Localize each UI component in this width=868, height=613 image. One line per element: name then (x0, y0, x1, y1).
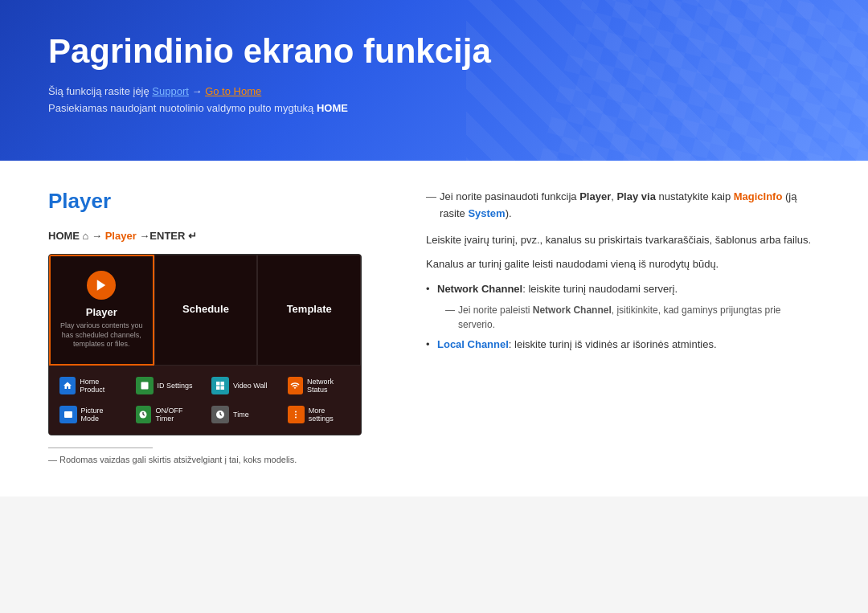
intro-play-via-bold: Play via (616, 190, 655, 202)
player-section-title: Player (48, 189, 394, 214)
player-icon (87, 271, 116, 300)
support-link[interactable]: Support (152, 85, 189, 97)
play-icon-svg (94, 278, 108, 292)
nav-home: HOME ⌂ (48, 230, 88, 242)
bullet-list: Network Channel: leiskite turinį naudoda… (426, 281, 820, 353)
header-subtitle-2: Pasiekiamas naudojant nuotolinio valdymo… (48, 102, 820, 114)
bullet-local-channel: Local Channel: leiskite turinį iš vidinė… (426, 337, 820, 353)
tv-menu-schedule[interactable]: Schedule (154, 255, 258, 366)
id-settings-icon (136, 377, 154, 394)
icon-picture-mode[interactable]: Picture Mode (55, 403, 127, 427)
info-intro: — Jei norite pasinaudoti funkcija Player… (426, 189, 820, 223)
icon-network-status[interactable]: Network Status (284, 374, 355, 398)
intro-text-1: Jei norite pasinaudoti funkcija (440, 190, 579, 202)
right-column: — Jei norite pasinaudoti funkcija Player… (426, 189, 820, 464)
footnote-divider (48, 447, 153, 448)
icon-home-product[interactable]: Home Product (55, 374, 127, 398)
more-settings-label: More settings (309, 407, 350, 423)
svg-rect-2 (216, 382, 220, 386)
time-label: Time (233, 411, 249, 419)
template-menu-label: Template (287, 303, 332, 315)
network-channel-subnote: — Jei norite paleisti Network Channel, į… (426, 303, 820, 332)
icon-video-wall[interactable]: Video Wall (207, 374, 279, 398)
footnote-text: — Rodomas vaizdas gali skirtis atsižvelg… (48, 455, 394, 464)
header-decoration (466, 0, 868, 161)
svg-marker-0 (97, 280, 106, 291)
icon-onoff-timer[interactable]: ON/OFF Timer (132, 403, 203, 427)
more-settings-icon (288, 406, 305, 423)
intro-dash: — (426, 189, 436, 223)
icon-time[interactable]: Time (207, 403, 279, 427)
home-button-label: HOME (317, 102, 348, 114)
svg-rect-5 (221, 386, 225, 390)
info-para-1: Leiskite įvairų turinį, pvz., kanalus su… (426, 232, 820, 249)
svg-rect-1 (141, 382, 148, 390)
intro-player-bold: Player (579, 190, 611, 202)
intro-text-3: nustatykite kaip (656, 190, 734, 202)
header-subtitle-1: Šią funkciją rasite įėję Support → Go to… (48, 85, 820, 97)
subnote-text: Jei norite paleisti Network Channel, įsi… (458, 303, 820, 332)
intro-magicinfo: MagicInfo (734, 190, 783, 202)
bullet-network-channel: Network Channel: leiskite turinį naudoda… (426, 281, 820, 298)
video-wall-label: Video Wall (233, 382, 268, 390)
nav-arrow-1: → (88, 230, 104, 242)
local-channel-label: Local Channel (437, 338, 509, 350)
svg-point-9 (295, 411, 297, 413)
tv-menu-player[interactable]: Player Play various contents you has sch… (49, 255, 154, 366)
network-status-icon (288, 377, 303, 394)
picture-mode-icon (59, 406, 77, 423)
local-channel-text: : leiskite turinį iš vidinės ar išorinės… (509, 338, 717, 350)
network-channel-label: Network Channel (437, 283, 522, 295)
picture-mode-label: Picture Mode (81, 407, 123, 423)
nav-arrow-2: →ENTER (137, 230, 188, 242)
left-column: Player HOME ⌂ → Player →ENTER ↵ Player P… (48, 189, 394, 464)
svg-rect-3 (221, 382, 225, 386)
video-wall-icon (211, 377, 229, 394)
info-para-2: Kanalus ar turinį galite leisti naudodam… (426, 256, 820, 273)
icon-more-settings[interactable]: More settings (284, 403, 355, 427)
nav-enter-icon: ↵ (188, 230, 197, 242)
onoff-timer-icon (136, 406, 152, 423)
svg-rect-6 (64, 411, 72, 418)
schedule-menu-label: Schedule (182, 303, 229, 315)
tv-menu-template[interactable]: Template (257, 255, 361, 366)
go-to-home-link[interactable]: Go to Home (205, 85, 261, 97)
time-icon (211, 406, 229, 423)
header-banner: Pagrindinio ekrano funkcija Šią funkciją… (0, 0, 868, 161)
intro-system: System (468, 207, 505, 219)
player-menu-label: Player (86, 306, 117, 318)
tv-menu: Player Play various contents you has sch… (49, 255, 361, 366)
icon-id-settings[interactable]: ID Settings (132, 374, 203, 398)
subtitle-arrow: → (189, 85, 205, 97)
network-channel-text: : leiskite turinį naudodami serverį. (522, 283, 678, 295)
id-settings-label: ID Settings (158, 382, 193, 390)
subtitle-prefix-1: Šią funkciją rasite įėję (48, 85, 152, 97)
subnote-network-channel: Network Channel (533, 304, 612, 316)
intro-text-5: ). (506, 207, 512, 219)
svg-point-10 (295, 414, 297, 415)
navigation-path: HOME ⌂ → Player →ENTER ↵ (48, 230, 394, 242)
home-product-label: Home Product (80, 378, 122, 394)
onoff-timer-label: ON/OFF Timer (155, 407, 199, 423)
main-content: Player HOME ⌂ → Player →ENTER ↵ Player P… (0, 161, 868, 497)
player-menu-desc: Play various contents you has scheduled … (60, 321, 143, 349)
subtitle-prefix-2: Pasiekiamas naudojant nuotolinio valdymo… (48, 102, 317, 114)
nav-player: Player (105, 230, 137, 242)
svg-rect-4 (216, 386, 220, 390)
page-title: Pagrindinio ekrano funkcija (48, 32, 820, 71)
sub-dash: — (445, 303, 455, 332)
tv-screen-mockup: Player Play various contents you has sch… (48, 254, 362, 435)
svg-point-11 (295, 417, 297, 419)
network-status-label: Network Status (307, 378, 350, 394)
home-product-icon (59, 377, 76, 394)
tv-bottom-icons: Home Product ID Settings Video Wall (49, 366, 361, 435)
intro-content: Jei norite pasinaudoti funkcija Player, … (440, 189, 820, 223)
